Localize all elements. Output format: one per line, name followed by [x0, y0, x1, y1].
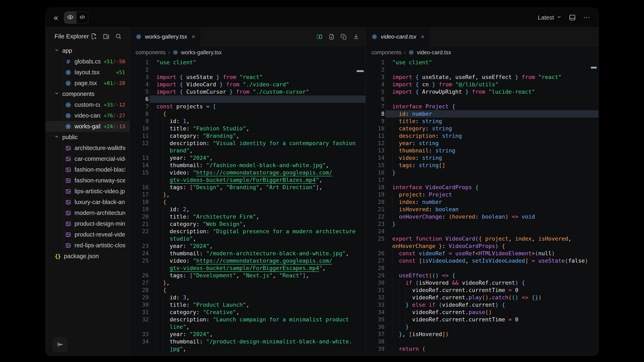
indent-guide — [392, 309, 392, 316]
split-view-icon[interactable] — [316, 33, 322, 40]
indent-guide — [392, 272, 392, 279]
line-number — [130, 323, 149, 331]
line-number: 30 — [130, 301, 149, 309]
sidebar-file-fashion-model-black-[interactable]: fashion-model-black-… — [46, 164, 130, 175]
collapse-panel-button[interactable]: « — [54, 13, 58, 22]
sidebar-file-product-design-minim[interactable]: product-design-minim… — [46, 218, 130, 229]
indent-guide — [392, 198, 392, 206]
sidebar-folder-public[interactable]: public — [46, 132, 130, 143]
code-line-text: onHoverChange }: VideoCardProps) { — [392, 242, 505, 250]
copy-icon[interactable] — [340, 33, 347, 40]
eye-icon — [67, 14, 74, 21]
line-number: 19 — [366, 191, 384, 198]
tab-works-gallery[interactable]: works-gallery.tsx × — [130, 27, 201, 46]
line-number: 15 — [366, 162, 384, 169]
line-number: 35 — [366, 316, 384, 323]
line-number: 16 — [130, 184, 149, 191]
code-toggle-button[interactable] — [76, 12, 88, 23]
panel-bottom-button[interactable] — [569, 14, 576, 21]
breadcrumb-folder[interactable]: components — [136, 49, 166, 56]
code-row: studio", — [130, 235, 366, 242]
sidebar-file-luxury-car-black-and-[interactable]: luxury-car-black-and-… — [46, 197, 130, 208]
code-row: 11 description: string — [366, 132, 598, 140]
sidebar-file-works-galler[interactable]: works-galler…+24/-13 — [46, 121, 130, 132]
code-row: 19 id: 2, — [130, 206, 366, 213]
version-dropdown[interactable]: Latest — [538, 14, 562, 21]
code-line-text: export function VideoCard({ project, ind… — [392, 235, 572, 242]
breadcrumb-folder[interactable]: components — [372, 49, 402, 56]
react-file-icon — [65, 123, 71, 130]
code-row: 30 if (isHovered && videoRef.current) { — [366, 279, 598, 287]
close-icon[interactable]: × — [421, 33, 424, 40]
new-folder-icon[interactable] — [103, 33, 110, 40]
code-editor-video-card[interactable]: 1"use client"23import { useState, useRef… — [366, 59, 598, 356]
code-row: 4import { cn } from "@/lib/utils" — [366, 81, 598, 88]
sidebar-folder-app[interactable]: app — [46, 45, 130, 56]
sidebar-folder-components[interactable]: components — [46, 88, 130, 99]
more-options-button[interactable] — [583, 14, 590, 21]
code-row: 39 return ( — [366, 345, 598, 353]
file-label: layout.tsx — [74, 69, 100, 76]
code-line-text: tags: string[] — [392, 162, 445, 169]
sidebar-file-modern-architecture-[interactable]: modern-architecture-… — [46, 208, 130, 218]
code-row: 14 video: string — [366, 154, 598, 162]
code-row: 6 — [366, 95, 598, 103]
indent-guide — [406, 287, 406, 294]
line-number: 11 — [130, 132, 149, 140]
close-icon[interactable]: × — [192, 33, 195, 40]
code-line-text: index: number — [392, 198, 442, 206]
line-number: 19 — [130, 206, 149, 213]
file-plus-icon[interactable] — [328, 33, 335, 40]
code-row: 29 useEffect(() => { — [366, 272, 598, 279]
sidebar-file-fashion-runway-scen[interactable]: fashion-runway-scen… — [46, 175, 130, 186]
code-line-text: videoRef.current.play().catch(() => {}) — [392, 294, 542, 301]
code-line-text: }, — [156, 279, 170, 287]
code-row: 13 year: "2024", — [130, 154, 366, 162]
line-number: 32 — [130, 316, 149, 323]
code-editor-works-gallery[interactable]: 1"use client"23import { useState } from … — [130, 59, 366, 356]
search-icon[interactable] — [115, 33, 122, 40]
new-file-icon[interactable] — [90, 33, 98, 40]
code-line-text: thumbnail: string — [392, 147, 455, 154]
breadcrumb-file[interactable]: works-gallery.tsx — [181, 49, 222, 56]
sidebar-file-video-card.tsx[interactable]: video-card.tsx+76/-27 — [46, 110, 130, 121]
sidebar-file-package.json[interactable]: {}package.json — [46, 251, 130, 262]
line-number: 31 — [130, 309, 149, 316]
breadcrumb-file[interactable]: video-card.tsx — [417, 49, 451, 56]
file-label: page.tsx — [74, 80, 97, 86]
code-line-text: tags: ["Design", "Branding", "Art Direct… — [156, 184, 322, 191]
download-icon[interactable] — [353, 33, 359, 40]
sidebar-file-custom-curs[interactable]: custom-curs…+33/-12 — [46, 99, 130, 110]
image-file-icon — [65, 210, 71, 216]
code-line-text: thumbnail: "/fashion-model-black-and-whi… — [156, 162, 329, 169]
sidebar-file-red-lips-artistic-close[interactable]: red-lips-artistic-close… — [46, 240, 130, 251]
scrollbar-thumb[interactable] — [591, 67, 597, 68]
line-number: 8 — [366, 110, 384, 117]
sidebar-file-layout.tsx[interactable]: layout.tsx+51 — [46, 67, 130, 78]
code-row: 10 category: string — [366, 125, 598, 132]
scrollbar-thumb[interactable] — [356, 70, 364, 72]
sidebar-file-architecture-walkthro[interactable]: architecture-walkthro… — [46, 143, 130, 153]
line-number: 1 — [366, 59, 384, 66]
folder-children: custom-curs…+33/-12video-card.tsx+76/-27… — [46, 99, 130, 132]
code-row: 34 thumbnail: "/product-design-minimalis… — [130, 338, 366, 345]
sidebar-file-product-reveal-video.j[interactable]: product-reveal-video.j… — [46, 229, 130, 240]
line-number: 22 — [130, 228, 149, 235]
indent-guide — [399, 309, 399, 316]
indent-guide — [392, 154, 392, 162]
indent-guide — [399, 294, 399, 301]
tab-video-card[interactable]: video-card.tsx × — [366, 27, 430, 46]
sidebar-file-lips-artistic-video.jpg[interactable]: lips-artistic-video.jpg — [46, 186, 130, 197]
editor-pane-video-card: video-card.tsx × components › video-card… — [366, 27, 598, 356]
code-row: 36 } — [366, 323, 598, 331]
line-number: 12 — [366, 140, 384, 147]
file-label: fashion-runway-scen… — [74, 177, 125, 184]
folder-children: #globals.css+51/-50layout.tsx+51page.tsx… — [46, 56, 130, 88]
sidebar-file-car-commercial-video[interactable]: car-commercial-video… — [46, 153, 130, 164]
sidebar-file-globals.css[interactable]: #globals.css+51/-50 — [46, 56, 130, 67]
collapse-sidebar-button[interactable] — [53, 338, 67, 352]
sidebar-file-page.tsx[interactable]: page.tsx+81/-28 — [46, 78, 130, 88]
preview-toggle-button[interactable] — [64, 12, 76, 23]
indent-guide — [392, 345, 392, 353]
chevron-down-icon — [54, 47, 60, 54]
